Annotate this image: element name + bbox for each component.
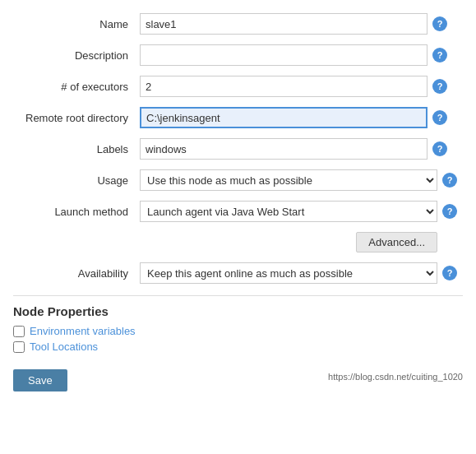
availability-select[interactable]: Keep this agent online as much as possib… xyxy=(140,262,437,284)
env-vars-row: Environment variables xyxy=(13,325,463,337)
usage-help-icon[interactable]: ? xyxy=(442,173,457,188)
footer-url: https://blog.csdn.net/cuiting_1020 xyxy=(328,372,463,382)
tool-locations-label[interactable]: Tool Locations xyxy=(30,340,98,353)
env-vars-checkbox[interactable] xyxy=(13,326,25,337)
name-help-icon[interactable]: ? xyxy=(432,16,447,31)
executors-row: # of executors ? xyxy=(13,71,463,102)
node-properties-title: Node Properties xyxy=(13,304,463,318)
description-input[interactable] xyxy=(140,44,427,66)
description-help-icon[interactable]: ? xyxy=(432,48,447,63)
advanced-button[interactable]: Advanced... xyxy=(356,232,437,252)
save-button[interactable]: Save xyxy=(13,369,67,391)
availability-help-icon[interactable]: ? xyxy=(442,266,457,280)
env-vars-label[interactable]: Environment variables xyxy=(30,325,136,337)
name-input[interactable] xyxy=(140,13,427,35)
remote-dir-input[interactable] xyxy=(140,107,427,128)
executors-label: # of executors xyxy=(13,71,136,102)
launch-method-label: Launch method xyxy=(13,196,136,227)
description-label: Description xyxy=(13,39,136,71)
launch-method-row: Launch method Launch agent via Java Web … xyxy=(13,196,463,227)
launch-method-select[interactable]: Launch agent via Java Web Start Launch a… xyxy=(140,201,437,222)
remote-dir-row: Remote root directory ? xyxy=(13,102,463,133)
labels-input[interactable] xyxy=(140,138,427,160)
availability-row: Availability Keep this agent online as m… xyxy=(13,257,463,289)
executors-help-icon[interactable]: ? xyxy=(432,79,447,94)
usage-label: Usage xyxy=(13,164,136,196)
availability-label: Availability xyxy=(13,257,136,289)
advanced-row: Advanced... xyxy=(13,227,463,257)
description-row: Description ? xyxy=(13,39,463,71)
labels-label: Labels xyxy=(13,133,136,164)
launch-method-help-icon[interactable]: ? xyxy=(442,204,457,219)
section-divider xyxy=(13,295,463,296)
labels-help-icon[interactable]: ? xyxy=(432,141,447,156)
bottom-bar: Save https://blog.csdn.net/cuiting_1020 xyxy=(13,361,463,391)
usage-select[interactable]: Use this node as much as possible Only b… xyxy=(140,169,437,191)
executors-input[interactable] xyxy=(140,76,427,97)
remote-dir-help-icon[interactable]: ? xyxy=(432,110,447,125)
config-form: Name ? Description ? # of executors ? Re… xyxy=(13,8,463,289)
labels-row: Labels ? xyxy=(13,133,463,164)
usage-row: Usage Use this node as much as possible … xyxy=(13,164,463,196)
name-row: Name ? xyxy=(13,8,463,39)
remote-dir-label: Remote root directory xyxy=(13,102,136,133)
tool-locations-checkbox[interactable] xyxy=(13,341,25,353)
tool-locations-row: Tool Locations xyxy=(13,340,463,353)
name-label: Name xyxy=(13,8,136,39)
